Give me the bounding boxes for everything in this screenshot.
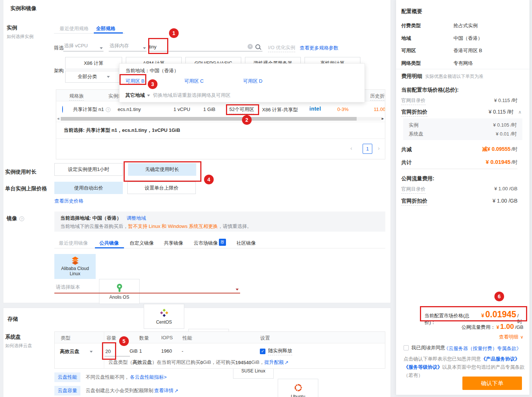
os-card-centos[interactable]: CentOS (144, 304, 184, 329)
auto-bid-button[interactable]: 使用自动出价 (54, 182, 123, 194)
total-value-row: ¥ 0.01945 /时 (454, 159, 517, 166)
disk-perf-text: 不同云盘性能不同， (86, 374, 129, 381)
annotation-box-1 (148, 38, 168, 54)
view-detail-row[interactable]: 查看明细 ∨ (462, 334, 523, 340)
tab-shared-images[interactable]: 共享镜像 (164, 240, 183, 247)
memory-select[interactable]: 选择内存 (109, 41, 147, 51)
discount-price-label[interactable]: 官网折扣价 (401, 109, 427, 117)
disk-perf-link[interactable]: 各云盘性能指标> (130, 374, 167, 381)
checkbox-checked-icon[interactable]: ✓ (260, 349, 265, 354)
page-next-icon[interactable]: › (378, 145, 380, 151)
annotation-box-6 (420, 306, 527, 321)
other-region-select[interactable]: 其它地域 (125, 92, 150, 99)
spec-table-row[interactable]: 共享计算型 n1 ? ecs.n1.tiny 1 vCPU 1 GiB 52个可… (56, 101, 385, 117)
search-icon[interactable] (255, 44, 260, 49)
market-price-title: 当前配置市场价格(总价): (401, 87, 459, 93)
help-icon[interactable]: ? (106, 107, 111, 112)
view-detail-link[interactable]: 查看明细 (499, 334, 518, 340)
traffic-list-label[interactable]: 官网目录价 (401, 186, 426, 194)
page-number[interactable]: 1 (363, 144, 372, 154)
disk-quota-note: 云盘类型（高效云盘）在当前可用区已购买 0 GiB，还可购买 194540 Gi… (108, 359, 289, 366)
spot-terms-link[interactable]: 《云服务器（按量付费）专属条款》 (444, 345, 526, 352)
chevron-down-icon (143, 47, 146, 49)
category-select[interactable]: 全部分类 (65, 71, 122, 83)
duration-hour-button[interactable]: 设定实例使用1小时 (54, 163, 123, 176)
traffic-discount-label[interactable]: 官网折扣价 (401, 198, 427, 206)
reduce-value-row: 减¥ 0.09555 /时 (454, 146, 517, 153)
memory-select-placeholder: 选择内存 (109, 42, 129, 49)
tab-custom-images[interactable]: 自定义镜像 (130, 240, 154, 247)
instance-help-link[interactable]: 如何选择实例 (7, 34, 34, 40)
other-region-row: 其它地域 切换地域后请重新选择网络及可用区 (125, 92, 230, 99)
col-setting: 设置 (260, 335, 270, 342)
release-label: 随实例释放 (268, 347, 292, 355)
zone-d-link[interactable]: 可用区 D (243, 78, 262, 85)
adjust-region-link[interactable]: 调整地域 (127, 215, 146, 222)
clear-icon[interactable]: ✕ (248, 44, 253, 49)
col-count: 数量 (139, 335, 149, 342)
os-card-ubuntu[interactable]: Ubuntu (278, 379, 318, 397)
disk-help-link[interactable]: 如何选择云盘 (5, 343, 32, 349)
quota-mid3: GiB， (251, 359, 264, 366)
scroll-left-icon[interactable]: ◀ (57, 117, 59, 120)
disk-type-select[interactable]: 高效云盘 (60, 348, 93, 355)
disk-table-header: 类型 容量 数量 IOPS 性能 设置 (55, 332, 385, 343)
total-value: ¥ 0.01945 (486, 159, 511, 165)
tab-all-specs[interactable]: 全部规格 (96, 25, 115, 32)
disk-capacity-link[interactable]: 查看详情↗ (154, 387, 178, 394)
price-limit-label: 单台实例上限价格 (5, 185, 47, 192)
instance-label: 实例 (7, 25, 17, 31)
disk-perf-chip: 云盘性能 (54, 372, 80, 382)
tab-recent-images[interactable]: 最近使用镜像 (59, 240, 88, 247)
arch-x86-button[interactable]: X86 计算 (65, 57, 122, 69)
agree-checkbox[interactable] (404, 345, 409, 350)
spec-family-cell: 共享计算型 n1 ? (73, 106, 111, 113)
tab-public-images[interactable]: 公共镜像 (99, 240, 119, 247)
capacity-unit: GiB (130, 348, 138, 354)
vcpu-select[interactable]: 选择 vCPU (63, 41, 103, 51)
collapse-icon[interactable]: ∧ (518, 109, 522, 115)
chevron-down-icon: ∨ (520, 334, 523, 340)
more-spec-params-link[interactable]: 查看更多规格参数 (300, 45, 338, 51)
col-perf: 性能 (182, 335, 192, 342)
agree-text: 我已阅读并同意 (411, 344, 445, 351)
scrollbar-thumb[interactable] (61, 117, 357, 121)
os-label-line2: Linux (61, 271, 89, 276)
reduce-unit: /时 (511, 146, 517, 153)
quota-pre: 云盘类型（ (108, 359, 133, 366)
product-terms-link[interactable]: 《产品服务协议》 (481, 356, 520, 362)
annotation-badge-1: 1 (169, 28, 179, 38)
page-prev-icon[interactable]: ‹ (350, 145, 352, 151)
col-spec-family[interactable]: 规格族 (69, 93, 84, 101)
zone-c-link[interactable]: 可用区 C (184, 78, 204, 85)
network-label: 网络类型 (401, 60, 421, 67)
os-card-alinux[interactable]: Alibaba Cloud Linux (54, 254, 96, 279)
traffic-discount-value: ¥ 1.00 /GB (462, 198, 517, 204)
tab-marketplace-images[interactable]: 云市场镜像 (194, 240, 218, 247)
other-region-note: 切换地域后请重新选择网络及可用区 (153, 92, 230, 99)
release-with-instance[interactable]: ✓ 随实例释放 (260, 347, 292, 355)
version-select[interactable]: 请选择版本 (54, 283, 240, 293)
banner-line1: 当前选择地域: 中国（香港） 调整地域 (60, 215, 146, 222)
os-card-label: SUSE Linux (241, 368, 265, 374)
tab-recent-specs[interactable]: 最近使用规格 (60, 25, 89, 32)
disk-capacity-chip: 云盘容量 (54, 386, 80, 396)
scroll-right-icon[interactable]: ▶ (382, 117, 384, 120)
annotation-badge-2: 2 (242, 115, 252, 125)
fee-detail-title: 费用明细 (401, 73, 422, 80)
spec-table-scrollbar[interactable]: ◀ ▶ (56, 117, 385, 122)
confirm-order-button[interactable]: 确认下单 (462, 377, 522, 390)
breakdown-disk-label: 系统盘 (409, 131, 423, 137)
col-history-discount[interactable]: 历史折扣 (370, 93, 385, 101)
sla-terms-link[interactable]: 《服务等级协议》 (404, 364, 442, 370)
history-price-link[interactable]: 查看历史价格 (54, 198, 83, 204)
tab-community-images[interactable]: 社区镜像 (236, 240, 256, 247)
spec-radio[interactable] (62, 106, 63, 113)
set-limit-button[interactable]: 设置单台上限价 (127, 182, 196, 194)
quota-mid2: GiB，还可购买 (203, 359, 235, 366)
quota-upgrade-link[interactable]: 提升配额 (264, 359, 284, 366)
help-icon[interactable]: ? (19, 216, 24, 221)
spec-mem-cell: 1 GiB (203, 107, 216, 112)
list-price-value: ¥ 0.115 /时 (462, 97, 517, 104)
list-price-label[interactable]: 官网目录价 (401, 97, 426, 105)
